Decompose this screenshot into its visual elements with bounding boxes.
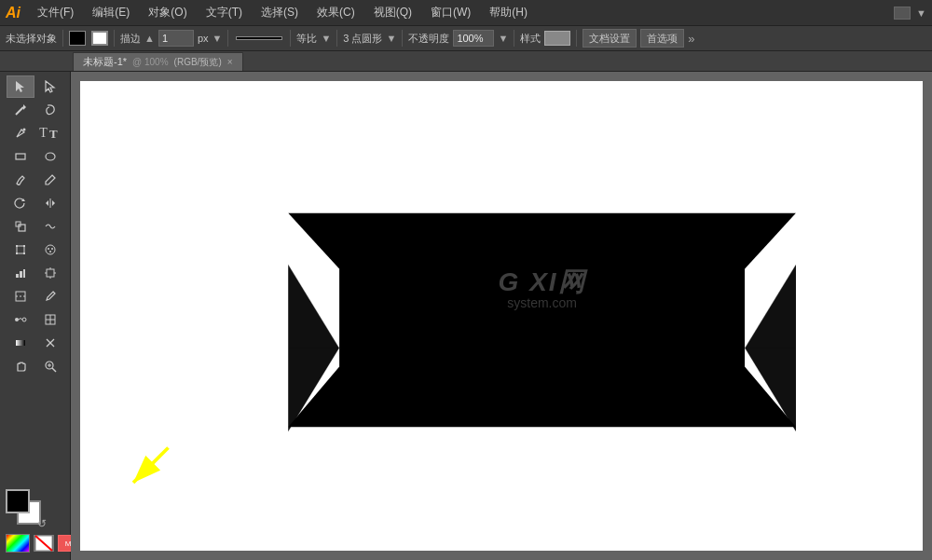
sep2 [114,30,115,47]
tool-row-11 [2,308,68,331]
direct-selection-tool-button[interactable] [36,75,64,98]
dot-shape-label: 3 点圆形 [343,32,382,46]
tool-row-9 [2,262,68,284]
opacity-dropdown-icon[interactable]: ▼ [498,33,508,44]
mesh-tool-button[interactable] [36,308,64,331]
tool-row-12 [2,332,68,354]
svg-point-21 [51,248,53,250]
svg-marker-11 [52,200,55,206]
warp-tool-button[interactable] [36,215,64,238]
color-mode-icon[interactable] [6,534,30,553]
properties-toolbar: 未选择对象 描边 ▲ px ▼ 等比 ▼ 3 点圆形 ▼ 不透明度 ▼ 样式 文… [0,25,932,51]
envelope-object[interactable]: G XI网 system.com [288,213,796,428]
doc-settings-button[interactable]: 文档设置 [582,29,637,48]
preferences-button[interactable]: 首选项 [640,29,684,48]
tool-row-6 [2,192,68,214]
stroke-label: 描边 [120,32,141,46]
style-preview [544,31,570,46]
tool-row-13 [2,355,68,377]
expand-icon: ▼ [916,7,926,19]
blend-tool-button[interactable] [7,308,34,331]
stroke-color-swatch[interactable] [91,31,108,46]
dot-shape-dropdown-icon[interactable]: ▼ [386,33,396,44]
magic-wand-tool-button[interactable] [7,99,34,121]
sep1 [62,30,63,47]
svg-rect-17 [16,253,18,254]
svg-point-20 [48,248,49,250]
reset-colors-icon[interactable]: ↺ [37,517,47,530]
fill-color-swatch[interactable] [69,31,86,46]
none-mode-icon[interactable] [34,535,54,552]
tool-row-4 [2,145,68,168]
svg-point-34 [22,318,26,321]
envelope-bottom-svg [288,367,796,428]
svg-marker-47 [288,213,796,269]
document-tab[interactable]: 未标题-1* @ 100% (RGB/预览) × [73,52,243,71]
pen-tool-button[interactable] [7,122,34,144]
stroke-unit-label: px [198,33,209,44]
svg-rect-14 [17,246,24,253]
free-transform-tool-button[interactable] [7,239,34,261]
tool-row-10 [2,285,68,307]
stroke-line-preview [236,36,282,40]
toolbar-extra-icon[interactable]: » [688,32,694,46]
scissors-tool-button[interactable] [36,332,64,354]
sep6 [402,30,403,47]
symbol-sprayer-tool-button[interactable] [36,239,64,261]
tool-row-5 [2,169,68,191]
zoom-tool-button[interactable] [36,355,64,377]
svg-rect-15 [16,245,18,247]
sep7 [514,30,514,47]
stroke-width-input[interactable] [158,30,194,47]
menu-edit[interactable]: 编辑(E) [87,3,135,22]
svg-rect-6 [16,154,25,159]
tab-label: 未标题-1* [83,55,127,69]
lasso-tool-button[interactable] [36,99,64,121]
menu-object[interactable]: 对象(O) [143,3,192,22]
svg-marker-10 [46,200,48,206]
svg-marker-55 [288,367,796,428]
pencil-tool-button[interactable] [36,169,64,191]
type-tool-button[interactable]: T T [36,122,64,144]
svg-point-4 [22,129,25,131]
rotate-tool-button[interactable] [7,192,34,214]
menu-window[interactable]: 窗口(W) [425,3,476,22]
sep3 [227,30,228,47]
envelope-wrapper: G XI网 system.com [288,213,796,428]
ellipse-tool-button[interactable] [36,145,64,168]
menu-effect[interactable]: 效果(C) [311,3,361,22]
app-logo: Ai [6,5,21,21]
tool-row-2 [2,99,68,121]
paintbrush-tool-button[interactable] [7,169,34,191]
line-type-label: 等比 [296,32,317,46]
eyedropper-tool-button[interactable] [36,285,64,307]
selection-tool-button[interactable] [7,75,34,98]
tool-row-7 [2,215,68,238]
menu-help[interactable]: 帮助(H) [484,3,533,22]
stroke-dropdown-icon[interactable]: ▼ [212,33,223,44]
menu-file[interactable]: 文件(F) [32,3,79,22]
menu-text[interactable]: 文字(T) [200,3,248,22]
line-type-dropdown-icon[interactable]: ▼ [321,33,331,44]
line-segment-tool-button[interactable] [7,145,34,168]
foreground-color-swatch[interactable] [6,489,30,513]
menu-select[interactable]: 选择(S) [255,3,304,22]
gradient-tool-button[interactable] [7,332,34,354]
opacity-input[interactable] [453,30,494,47]
hand-tool-button[interactable] [7,355,34,377]
menu-view[interactable]: 视图(Q) [368,3,418,22]
style-label: 样式 [520,32,541,46]
svg-rect-25 [23,269,25,278]
scale-tool-button[interactable] [7,215,34,238]
svg-line-42 [52,368,56,372]
svg-point-7 [46,153,55,160]
tab-close-button[interactable]: × [227,57,233,67]
svg-rect-38 [16,340,25,346]
slice-tool-button[interactable] [7,285,34,307]
svg-point-22 [49,251,51,253]
artboard-tool-button[interactable] [36,262,64,284]
reflect-tool-button[interactable] [36,192,64,214]
tool-row-8 [2,239,68,261]
column-graph-tool-button[interactable] [7,262,34,284]
main-area: T T [0,72,932,560]
